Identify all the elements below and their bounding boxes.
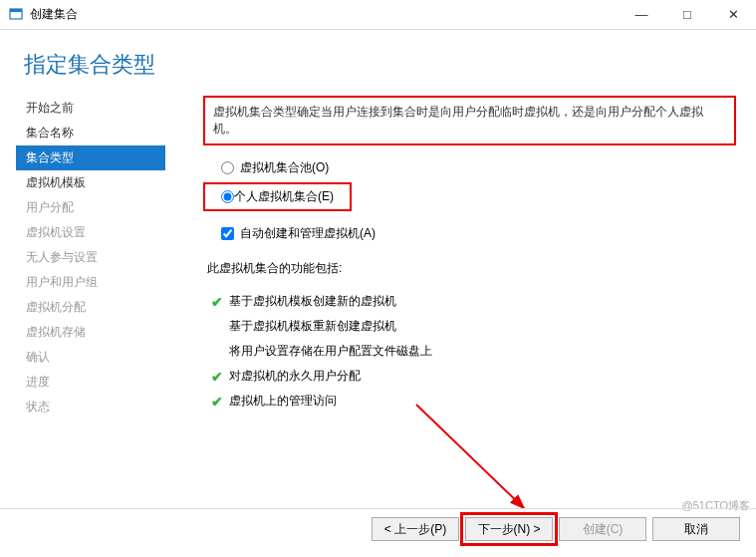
info-description: 虚拟机集合类型确定当用户连接到集合时是向用户分配临时虚拟机，还是向用户分配个人虚… <box>203 96 736 145</box>
sidebar-item-0[interactable]: 开始之前 <box>16 96 165 121</box>
feature-text: 对虚拟机的永久用户分配 <box>229 368 361 385</box>
sidebar-item-5: 虚拟机设置 <box>16 220 165 245</box>
radio-pool-label: 虚拟机集合池(O) <box>240 159 329 176</box>
radio-pool[interactable]: 虚拟机集合池(O) <box>203 155 736 180</box>
radio-personal-input[interactable] <box>221 190 234 203</box>
sidebar-item-7: 用户和用户组 <box>16 270 165 295</box>
checkbox-auto-input[interactable] <box>221 227 234 240</box>
sidebar-item-10: 确认 <box>16 345 165 370</box>
button-bar: < 上一步(P) 下一步(N) > 创建(C) 取消 <box>0 508 756 549</box>
feature-item-2: ✔将用户设置存储在用户配置文件磁盘上 <box>211 339 736 364</box>
sidebar-item-2[interactable]: 集合类型 <box>16 145 165 170</box>
feature-list: ✔基于虚拟机模板创建新的虚拟机✔基于虚拟机模板重新创建虚拟机✔将用户设置存储在用… <box>203 289 736 414</box>
create-button: 创建(C) <box>559 517 646 541</box>
feature-item-0: ✔基于虚拟机模板创建新的虚拟机 <box>211 289 736 314</box>
radio-personal-label: 个人虚拟机集合(E) <box>234 188 334 205</box>
heading-area: 指定集合类型 <box>0 30 756 92</box>
page-heading: 指定集合类型 <box>24 50 732 80</box>
cancel-button[interactable]: 取消 <box>652 517 740 541</box>
close-button[interactable]: ✕ <box>710 0 756 29</box>
content-area: 开始之前集合名称集合类型虚拟机模板用户分配虚拟机设置无人参与设置用户和用户组虚拟… <box>0 92 756 419</box>
sidebar-item-6: 无人参与设置 <box>16 245 165 270</box>
app-icon <box>8 7 24 23</box>
wizard-sidebar: 开始之前集合名称集合类型虚拟机模板用户分配虚拟机设置无人参与设置用户和用户组虚拟… <box>16 96 165 419</box>
checkbox-auto-label: 自动创建和管理虚拟机(A) <box>240 225 376 242</box>
checkmark-icon: ✔ <box>211 294 229 310</box>
features-heading: 此虚拟机集合的功能包括: <box>207 260 736 277</box>
radio-personal[interactable]: 个人虚拟机集合(E) <box>203 182 352 211</box>
feature-text: 基于虚拟机模板创建新的虚拟机 <box>229 293 396 310</box>
feature-text: 将用户设置存储在用户配置文件磁盘上 <box>229 343 432 360</box>
sidebar-item-3[interactable]: 虚拟机模板 <box>16 170 165 195</box>
sidebar-item-11: 进度 <box>16 370 165 395</box>
window-title: 创建集合 <box>30 6 78 23</box>
checkbox-auto[interactable]: 自动创建和管理虚拟机(A) <box>203 221 736 246</box>
maximize-button[interactable]: □ <box>664 0 710 29</box>
sidebar-item-8: 虚拟机分配 <box>16 295 165 320</box>
feature-item-4: ✔虚拟机上的管理访问 <box>211 389 736 414</box>
feature-item-3: ✔对虚拟机的永久用户分配 <box>211 364 736 389</box>
window-controls: — □ ✕ <box>619 0 756 29</box>
feature-text: 虚拟机上的管理访问 <box>229 393 337 410</box>
minimize-button[interactable]: — <box>619 0 664 29</box>
radio-pool-input[interactable] <box>221 161 234 174</box>
svg-rect-1 <box>10 9 22 12</box>
titlebar: 创建集合 — □ ✕ <box>0 0 756 30</box>
feature-item-1: ✔基于虚拟机模板重新创建虚拟机 <box>211 314 736 339</box>
sidebar-item-1[interactable]: 集合名称 <box>16 121 165 145</box>
checkmark-icon: ✔ <box>211 369 229 385</box>
sidebar-item-9: 虚拟机存储 <box>16 320 165 345</box>
svg-line-2 <box>416 405 524 508</box>
next-button[interactable]: 下一步(N) > <box>465 517 553 541</box>
sidebar-item-12: 状态 <box>16 395 165 419</box>
checkmark-icon: ✔ <box>211 394 229 410</box>
feature-text: 基于虚拟机模板重新创建虚拟机 <box>229 318 396 335</box>
sidebar-item-4: 用户分配 <box>16 195 165 220</box>
prev-button[interactable]: < 上一步(P) <box>372 517 459 541</box>
main-panel: 虚拟机集合类型确定当用户连接到集合时是向用户分配临时虚拟机，还是向用户分配个人虚… <box>165 96 740 419</box>
